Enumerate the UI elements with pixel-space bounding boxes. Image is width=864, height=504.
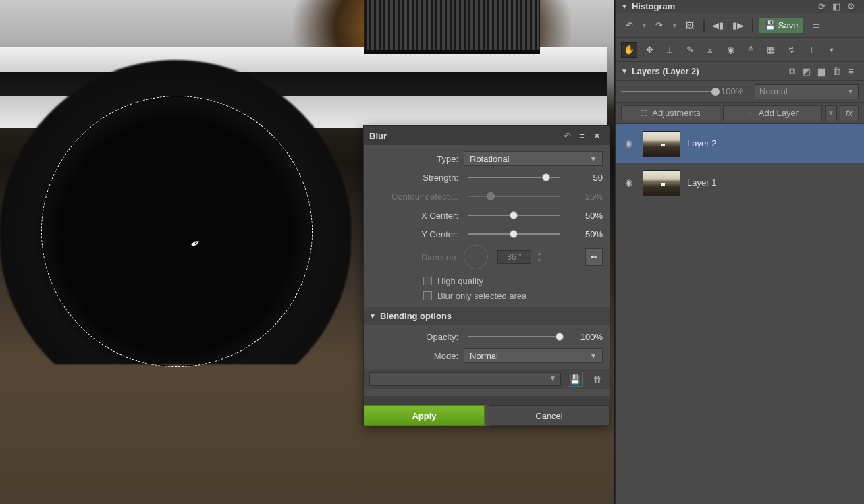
type-select[interactable]: Rotational ▼: [464, 151, 603, 166]
layer-fx-button[interactable]: fx: [840, 105, 859, 121]
selection-marquee[interactable]: [41, 96, 313, 367]
tools-toolbar: ✋ ✥ ⟂ ✎ ⟁ ◉ ≙ ▦ ↯ T ▼: [616, 38, 864, 62]
layer-thumbnail[interactable]: [643, 170, 680, 196]
dialog-title: Blur: [369, 131, 560, 141]
layer-name[interactable]: Layer 1: [687, 177, 716, 188]
apply-button[interactable]: Apply: [364, 405, 485, 426]
opacity-slider[interactable]: [468, 336, 560, 337]
cancel-button[interactable]: Cancel: [489, 405, 610, 426]
opacity-value[interactable]: 100%: [569, 332, 603, 342]
redo-button[interactable]: ↷: [651, 18, 668, 34]
contour-slider: [468, 196, 560, 197]
blending-section-toggle[interactable]: ▼ Blending options: [364, 307, 610, 325]
toolbar-divider: [703, 19, 705, 32]
xcenter-slider[interactable]: [468, 215, 560, 216]
more-tools-caret-icon[interactable]: ▼: [824, 42, 840, 58]
ycenter-value[interactable]: 50%: [569, 229, 603, 240]
redo-menu-caret-icon[interactable]: ▼: [672, 22, 678, 29]
histogram-section-toggle[interactable]: ▼ Histogram ⟳ ◧ ⚙: [616, 0, 864, 13]
opacity-label: Opacity:: [371, 332, 458, 342]
plus-icon: ＋: [747, 107, 755, 119]
visibility-toggle-icon[interactable]: ◉: [621, 138, 636, 148]
blur-selected-label: Blur only selected area: [437, 291, 526, 301]
blur-dialog: Blur ↶ ≡ ✕ Type: Rotational ▼ Strength: …: [363, 125, 610, 426]
mask-icon[interactable]: ◩: [799, 66, 814, 76]
refresh-icon[interactable]: ⟳: [814, 1, 829, 11]
layers-section-toggle[interactable]: ▼ Layers (Layer 2) ⧉ ◩ ▆ 🗑 ≡: [616, 62, 864, 81]
strength-slider[interactable]: [468, 177, 560, 178]
gear-icon[interactable]: ⚙: [844, 1, 859, 11]
brush-tool[interactable]: ↯: [783, 42, 799, 58]
history-toolbar: ↶ ▼ ↷ ▼ 🖼 ◀▮ ▮▶ 💾 Save ▭: [616, 13, 864, 38]
floppy-icon: 💾: [765, 20, 776, 30]
histogram-title: Histogram: [632, 1, 814, 11]
direction-knob: [464, 245, 488, 269]
layer-opacity-value[interactable]: 100%: [721, 86, 749, 96]
caret-down-icon: ▼: [590, 155, 597, 163]
layer-name[interactable]: Layer 2: [687, 138, 716, 148]
add-layer-button[interactable]: ＋ Add Layer: [723, 105, 822, 121]
xcenter-value[interactable]: 50%: [569, 211, 603, 221]
image-icon[interactable]: 🖼: [682, 18, 698, 34]
reset-icon[interactable]: ↶: [560, 131, 574, 141]
layer-blend-select[interactable]: Normal ▼: [755, 84, 859, 99]
close-icon[interactable]: ✕: [589, 131, 604, 141]
menu-icon[interactable]: ≡: [844, 66, 859, 76]
text-tool[interactable]: T: [803, 42, 819, 58]
caret-down-icon: ▼: [590, 352, 597, 360]
direction-value: 86 °: [497, 250, 531, 264]
xcenter-label: X Center:: [371, 211, 458, 221]
layer-blend-value: Normal: [759, 86, 788, 96]
pen-tool[interactable]: ✎: [682, 42, 698, 58]
vehicle-grille: [364, 0, 540, 54]
layer-item[interactable]: ◉Layer 1: [616, 163, 864, 202]
undo-button[interactable]: ↶: [621, 18, 637, 34]
save-preset-button[interactable]: 💾: [568, 372, 583, 387]
layer-item[interactable]: ◉Layer 2: [616, 124, 864, 163]
right-panel: ▼ Histogram ⟳ ◧ ⚙ ↶ ▼ ↷ ▼ 🖼 ◀▮ ▮▶ 💾 Save…: [615, 0, 864, 504]
transform-tool[interactable]: ⟁: [702, 42, 718, 58]
high-quality-label: High quality: [437, 276, 483, 286]
folder-icon[interactable]: ▆: [814, 66, 829, 76]
type-label: Type:: [371, 154, 458, 164]
floppy-icon: 💾: [570, 374, 580, 385]
chevron-down-icon: ▼: [369, 312, 376, 320]
chevron-down-icon: ▼: [621, 3, 628, 10]
contour-value: 25%: [569, 192, 603, 202]
mode-select[interactable]: Normal ▼: [464, 348, 603, 363]
high-quality-checkbox[interactable]: [423, 277, 432, 285]
menu-icon[interactable]: ≡: [574, 131, 589, 141]
trash-icon: 🗑: [593, 374, 601, 385]
state-prev-icon[interactable]: ◀▮: [710, 18, 726, 34]
blending-head: Blending options: [380, 311, 452, 321]
ycenter-slider[interactable]: [468, 233, 560, 235]
direction-label: Direction:: [371, 252, 458, 262]
state-next-icon[interactable]: ▮▶: [730, 18, 747, 34]
delete-preset-button[interactable]: 🗑: [589, 372, 604, 387]
preset-select[interactable]: ▼: [369, 372, 561, 386]
center-picker-button[interactable]: ✒: [585, 248, 603, 266]
adjustments-button[interactable]: ☷ Adjustments: [621, 105, 720, 121]
trash-icon[interactable]: 🗑: [829, 66, 844, 76]
snapshot-icon[interactable]: ▭: [808, 18, 824, 34]
strength-value[interactable]: 50: [569, 173, 603, 183]
hand-tool[interactable]: ✋: [621, 42, 637, 58]
move-tool[interactable]: ✥: [641, 42, 657, 58]
visibility-toggle-icon[interactable]: ◉: [621, 177, 636, 188]
levels-tool[interactable]: ≙: [742, 42, 759, 58]
undo-menu-caret-icon[interactable]: ▼: [641, 22, 647, 29]
histogram-view-icon[interactable]: ◧: [829, 1, 844, 11]
type-value: Rotational: [470, 154, 510, 164]
spinner-down-icon: ▼: [537, 258, 541, 264]
duplicate-layer-icon[interactable]: ⧉: [784, 66, 799, 77]
layer-thumbnail[interactable]: [643, 131, 680, 157]
save-button[interactable]: 💾 Save: [759, 18, 805, 34]
blur-selected-checkbox[interactable]: [423, 291, 432, 300]
toolbar-divider: [752, 19, 753, 32]
crop-tool[interactable]: ⟂: [662, 42, 678, 58]
add-layer-menu-button[interactable]: ▼: [825, 105, 837, 121]
eye-tool[interactable]: ◉: [722, 42, 738, 58]
eyedropper-icon: ✒: [590, 252, 598, 262]
curves-tool[interactable]: ▦: [763, 42, 779, 58]
layer-opacity-slider[interactable]: [621, 91, 716, 92]
